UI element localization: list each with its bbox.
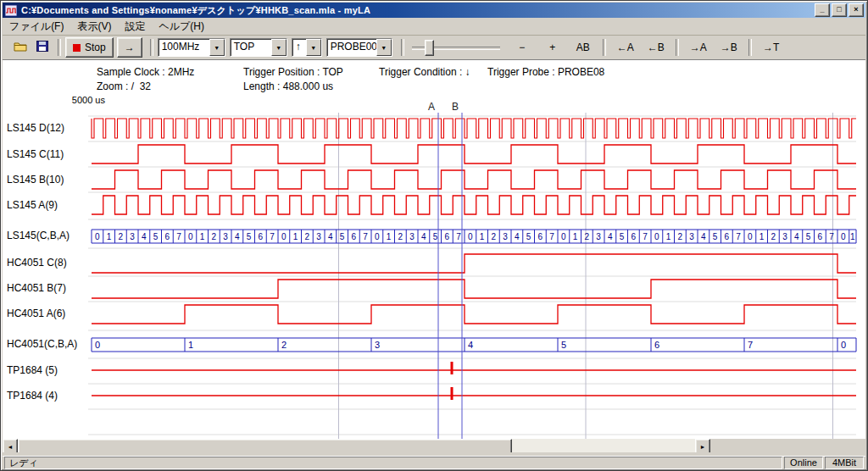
bus-value: 2 [492, 232, 497, 241]
zoom-in-button[interactable]: + [539, 37, 566, 58]
bus-value: 5 [806, 232, 811, 241]
sample-clock-select[interactable]: 100MHz ▼ [158, 38, 225, 57]
menu-settings[interactable]: 設定 [118, 18, 152, 36]
bus-value: 1 [188, 340, 193, 350]
bus-value: 1 [200, 232, 205, 241]
stop-button[interactable]: Stop [65, 37, 114, 58]
toolbar-separator [676, 39, 679, 56]
goto-cursor-a-right-button[interactable]: →A [685, 37, 712, 58]
bus-value: 5 [340, 232, 345, 241]
chevron-down-icon[interactable]: ▼ [271, 39, 287, 56]
toolbar-separator [150, 39, 153, 56]
waveform-plot: 0123456701234567012345670123456701234567… [0, 93, 868, 439]
bus-value: 1 [760, 232, 765, 241]
bus-value: 1 [480, 232, 485, 241]
save-file-button[interactable] [31, 37, 53, 58]
bus-value: 4 [142, 232, 147, 241]
trigger-probe-select[interactable]: PROBE00 ▼ [326, 38, 392, 57]
bus-value: 5 [247, 232, 252, 241]
toolbar-separator [603, 39, 606, 56]
app-icon [5, 4, 19, 16]
status-online: Online [784, 457, 823, 469]
slider-thumb[interactable] [425, 40, 434, 56]
bus-value: 6 [654, 340, 659, 350]
bus-value: 5 [153, 232, 159, 241]
stop-square-icon [73, 44, 81, 52]
bus-value: 4 [235, 232, 240, 241]
bus-value: 7 [363, 232, 368, 241]
zoom-slider[interactable] [412, 38, 500, 57]
bus-value: 6 [632, 232, 637, 241]
trigger-edge-value: ↑ [292, 39, 306, 56]
wave-tp1684-4-pulse [451, 387, 453, 400]
wave-ls145-d-12 [92, 119, 856, 138]
chevron-down-icon[interactable]: ▼ [376, 39, 392, 56]
open-file-button[interactable] [9, 37, 31, 58]
save-floppy-icon [36, 41, 48, 54]
bus-value: 0 [95, 340, 100, 350]
cursor-a-label: A [428, 101, 435, 113]
bus-value: 7 [829, 232, 834, 241]
bus-value: 0 [281, 232, 287, 241]
bus-value: 1 [387, 232, 392, 241]
trigger-position-select[interactable]: TOP ▼ [230, 38, 287, 57]
app-window: C:¥Documents and Settings¥noname¥デスクトップ¥… [0, 0, 868, 471]
run-button[interactable]: → [117, 37, 142, 58]
zoom-info: Zoom : / 32 [97, 80, 151, 92]
bus-value: 1 [573, 232, 578, 241]
bus-value: 2 [678, 232, 683, 241]
chevron-down-icon[interactable]: ▼ [209, 39, 225, 56]
bus-value: 0 [561, 232, 566, 241]
bus-value: 3 [130, 232, 135, 241]
sample-clock-value: 100MHz [159, 39, 209, 56]
close-button[interactable]: × [849, 3, 864, 17]
goto-cursor-a-left-button[interactable]: ←A [612, 37, 639, 58]
scrollbar-track[interactable] [18, 439, 695, 452]
window-title: C:¥Documents and Settings¥noname¥デスクトップ¥… [21, 4, 813, 17]
bus-value: 5 [561, 340, 566, 350]
minimize-button[interactable]: _ [815, 3, 830, 17]
bus-value: 2 [212, 232, 217, 241]
bus-value: 3 [223, 232, 228, 241]
bus-value: 2 [398, 232, 403, 241]
bus-value: 0 [841, 340, 846, 350]
bus-value: 7 [270, 232, 275, 241]
bus-value: 6 [259, 232, 264, 241]
wave-tp1684-5-pulse [451, 362, 453, 374]
horizontal-scrollbar[interactable]: ◄ ► [3, 439, 710, 452]
bus-value: 5 [526, 232, 531, 241]
goto-cursor-b-left-button[interactable]: ←B [643, 37, 670, 58]
menubar: ファイル(F) 表示(V) 設定 ヘルプ(H) [3, 18, 865, 36]
trigger-position-info: Trigger Position : TOP [243, 66, 343, 78]
bus-value: 4 [794, 232, 799, 241]
bus-value: 7 [176, 232, 181, 241]
ab-cursors-button[interactable]: AB [570, 37, 597, 58]
menu-view[interactable]: 表示(V) [70, 18, 118, 36]
trigger-condition-info: Trigger Condition : ↓ [379, 66, 470, 78]
goto-trigger-button[interactable]: →T [758, 37, 785, 58]
menu-file[interactable]: ファイル(F) [3, 18, 70, 36]
bus-value: 3 [596, 232, 601, 241]
bus-value: 0 [375, 232, 380, 241]
toolbar-separator [58, 39, 61, 56]
bus-value: 3 [503, 232, 508, 241]
maximize-button[interactable]: □ [832, 3, 847, 17]
chevron-down-icon[interactable]: ▼ [306, 39, 321, 56]
goto-cursor-b-right-button[interactable]: →B [715, 37, 743, 58]
bus-value: 4 [515, 232, 520, 241]
bus-value: 6 [538, 232, 543, 241]
zoom-out-button[interactable]: − [509, 37, 536, 58]
toolbar-separator [401, 39, 404, 56]
bus-value: 1 [107, 232, 112, 241]
bus-value: 2 [119, 232, 124, 241]
bus-value: 2 [585, 232, 590, 241]
wave-hc4051-c-8 [92, 254, 856, 273]
bus-value: 0 [748, 232, 753, 241]
trigger-position-value: TOP [231, 39, 271, 56]
bus-value: 7 [456, 232, 461, 241]
bus-value: 7 [549, 232, 554, 241]
bus-value: 2 [305, 232, 310, 241]
menu-help[interactable]: ヘルプ(H) [152, 18, 211, 36]
trigger-edge-select[interactable]: ↑ ▼ [292, 38, 322, 57]
wave-hc4051-b-7 [92, 280, 856, 298]
